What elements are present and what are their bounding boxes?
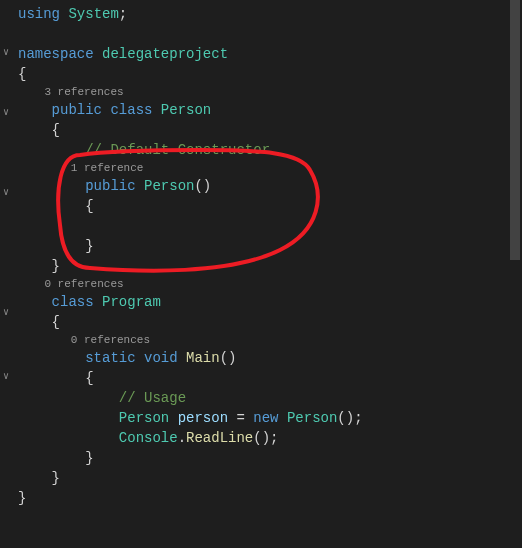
kw-using: using <box>18 6 60 22</box>
cls-program: Program <box>102 294 161 310</box>
ctor-call: Person <box>287 410 337 426</box>
brace: { <box>52 314 60 330</box>
comment-ctor: // Default Constructor <box>85 142 270 158</box>
kw-new: new <box>253 410 278 426</box>
fn-readline: ReadLine <box>186 430 253 446</box>
brace: { <box>18 66 26 82</box>
parens: () <box>220 350 237 366</box>
brace: } <box>52 470 60 486</box>
fn-main: Main <box>186 350 220 366</box>
fold-gutter: ∨ ∨ ∨ ∨ ∨ <box>0 0 18 548</box>
code-editor[interactable]: using System; namespace delegateproject … <box>0 0 522 508</box>
codelens-refs[interactable]: 0 references <box>44 278 123 290</box>
cls-console: Console <box>119 430 178 446</box>
kw-class: class <box>110 102 152 118</box>
kw-void: void <box>144 350 178 366</box>
codelens-refs[interactable]: 0 references <box>71 334 150 346</box>
ns-system: System <box>68 6 118 22</box>
parens-semi: (); <box>253 430 278 446</box>
brace: { <box>52 122 60 138</box>
brace: } <box>85 238 93 254</box>
fold-toggle-icon[interactable]: ∨ <box>3 306 9 318</box>
fold-toggle-icon[interactable]: ∨ <box>3 370 9 382</box>
codelens-refs[interactable]: 3 references <box>44 86 123 98</box>
kw-static: static <box>85 350 135 366</box>
kw-public: public <box>52 102 102 118</box>
eq: = <box>228 410 253 426</box>
var-person: person <box>178 410 228 426</box>
dot: . <box>178 430 186 446</box>
brace: { <box>85 370 93 386</box>
brace: { <box>85 198 93 214</box>
ctor-person: Person <box>144 178 194 194</box>
parens: () <box>194 178 211 194</box>
vertical-scrollbar[interactable] <box>508 0 522 548</box>
type-person: Person <box>119 410 169 426</box>
kw-public: public <box>85 178 135 194</box>
brace: } <box>85 450 93 466</box>
ns-name: delegateproject <box>102 46 228 62</box>
fold-toggle-icon[interactable]: ∨ <box>3 106 9 118</box>
parens-semi: (); <box>337 410 362 426</box>
brace: } <box>18 490 26 506</box>
brace: } <box>52 258 60 274</box>
kw-namespace: namespace <box>18 46 94 62</box>
semi: ; <box>119 6 127 22</box>
cls-person: Person <box>161 102 211 118</box>
fold-toggle-icon[interactable]: ∨ <box>3 46 9 58</box>
kw-class: class <box>52 294 94 310</box>
comment-usage: // Usage <box>119 390 186 406</box>
codelens-refs[interactable]: 1 reference <box>71 162 144 174</box>
scroll-thumb[interactable] <box>510 0 520 260</box>
fold-toggle-icon[interactable]: ∨ <box>3 186 9 198</box>
